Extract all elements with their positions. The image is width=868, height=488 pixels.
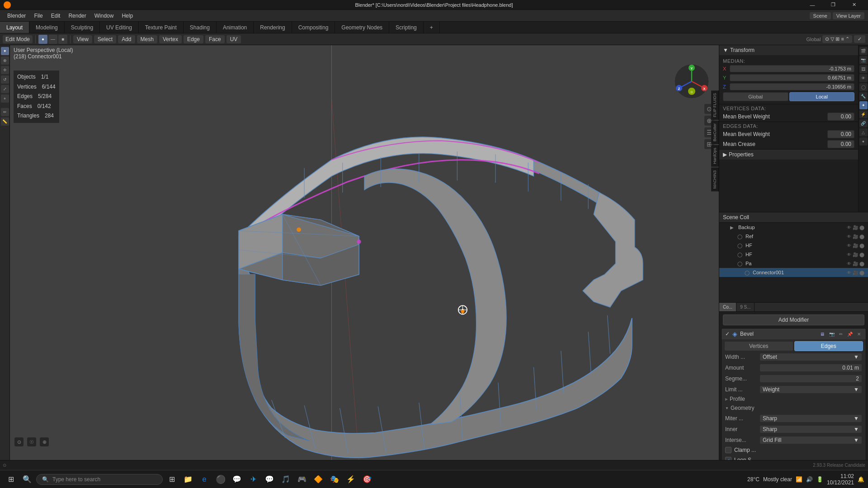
vertices-tab[interactable]: Vertices (724, 341, 793, 351)
scene-item-hf2[interactable]: ◯ HF 👁 🎥 ⬤ (719, 250, 868, 259)
y-value-field[interactable]: 0.66751 m (730, 74, 854, 81)
tab-animation[interactable]: Animation (217, 22, 254, 33)
task-view-button[interactable]: ⊞ (165, 472, 179, 487)
scene-item-connector[interactable]: ◯ Connector001 👁 🎥 ⬤ (719, 268, 868, 277)
select-menu[interactable]: Select (94, 35, 116, 43)
z-value-field[interactable]: -0.10656 m (730, 83, 854, 90)
segments-value[interactable]: 2 (760, 375, 862, 383)
uv-menu[interactable]: UV (226, 35, 241, 43)
tab-uv-editing[interactable]: UV Editing (100, 22, 139, 33)
blender-taskbar-icon[interactable]: 🔶 (311, 472, 326, 487)
tab-add[interactable]: + (424, 22, 440, 33)
volume-icon[interactable]: 🔊 (806, 476, 813, 483)
network-icon[interactable]: 📶 (796, 476, 802, 483)
prop-tab-output[interactable]: 🖼 (859, 65, 868, 73)
viewport-3d[interactable]: User Perspective (Local) (218) Connector… (10, 45, 719, 460)
modifier-tab-9s[interactable]: 9 S... (736, 303, 755, 311)
app-icon-3[interactable]: 🎭 (327, 472, 342, 487)
whatsapp-icon[interactable]: 💬 (262, 472, 277, 487)
x-value-field[interactable]: -0.1753 m (730, 65, 854, 72)
toggle-snapping[interactable]: ⊕ (40, 437, 49, 446)
tab-modeling[interactable]: Modeling (29, 22, 65, 33)
boxcutter-label[interactable]: BoxCutter (711, 121, 719, 144)
edge-select-mode[interactable]: — (48, 35, 57, 44)
vertex-select-mode[interactable]: ● (38, 35, 47, 44)
add-menu[interactable]: Add (118, 35, 135, 43)
offset-dropdown[interactable]: Offset ▼ (760, 353, 862, 361)
add-modifier-button[interactable]: Add Modifier (723, 314, 864, 325)
prop-tab-scene[interactable]: 🎬 (859, 47, 868, 55)
bevel-edit-btn[interactable]: ✏ (838, 331, 844, 337)
prop-tab-object[interactable]: ◯ (859, 83, 868, 91)
geometry-subsection[interactable]: ▼ Geometry (722, 404, 866, 413)
scene-item-ref[interactable]: ◯ Ref 👁 🎥 ⬤ (719, 232, 868, 241)
tool-cursor[interactable]: ⊕ (1, 56, 9, 65)
global-btn[interactable]: Global (723, 92, 788, 101)
app-icon-5[interactable]: 🎯 (360, 472, 374, 487)
prop-tab-data[interactable]: △ (859, 128, 868, 136)
prop-tab-constraints[interactable]: 🔗 (859, 119, 868, 127)
clamp-checkbox[interactable] (725, 447, 731, 453)
file-explorer-icon[interactable]: 📁 (181, 472, 195, 487)
bevel-realtime-btn[interactable]: 🖥 (819, 331, 826, 337)
chrome-icon[interactable]: ⚫ (213, 472, 228, 487)
bevel-modifier-header[interactable]: ✓ ◈ Bevel 🖥 📷 ✏ 📌 ✕ (722, 328, 866, 339)
weight-dropdown[interactable]: Weight ▼ (760, 385, 862, 394)
taskbar-search-bar[interactable]: 🔍 Type here to search (36, 474, 163, 485)
telegram-icon[interactable]: ✈ (246, 472, 260, 487)
edge-bevel-weight-value[interactable]: 0.00 (827, 130, 854, 138)
menu-file[interactable]: File (30, 12, 46, 20)
mode-selector[interactable]: Edit Mode (3, 35, 33, 43)
menu-window[interactable]: Window (91, 12, 118, 20)
tab-scripting[interactable]: Scripting (389, 22, 424, 33)
search-button[interactable]: 🔍 (20, 472, 34, 487)
face-menu[interactable]: Face (205, 35, 225, 43)
tab-sculpting[interactable]: Sculpting (65, 22, 100, 33)
props-toggle[interactable]: ✓ (854, 35, 865, 43)
edge-browser-icon[interactable]: e (197, 472, 212, 487)
menu-help[interactable]: Help (118, 12, 137, 20)
tool-move[interactable]: ✛ (1, 66, 9, 74)
transform-header[interactable]: ▼ Transform (719, 45, 858, 55)
tool-annotate[interactable]: ✏ (1, 108, 9, 116)
flip-fluids-label[interactable]: FLIP FLUIDS (711, 90, 719, 120)
close-button[interactable]: ✕ (844, 0, 864, 10)
properties-section-header[interactable]: ▶ Properties (719, 150, 858, 160)
tool-select[interactable]: ✦ (1, 47, 9, 55)
menu-edit[interactable]: Edit (47, 12, 64, 20)
app-icon-2[interactable]: 🎮 (295, 472, 309, 487)
tool-measure[interactable]: 📏 (1, 117, 9, 126)
intersect-dropdown[interactable]: Grid Fill ▼ (760, 436, 862, 444)
profile-subsection[interactable]: ▶ Profile (722, 394, 866, 404)
app-icon-4[interactable]: ⚡ (344, 472, 358, 487)
notification-icon[interactable]: 🔔 (858, 476, 864, 483)
tab-layout[interactable]: Layout (0, 22, 29, 33)
vertex-menu[interactable]: Vertex (159, 35, 182, 43)
modifier-tab-co[interactable]: Co... (719, 303, 736, 311)
menu-blender[interactable]: Blender (4, 12, 29, 20)
miter-dropdown[interactable]: Sharp ▼ (760, 414, 862, 422)
scene-item-hf1[interactable]: ◯ HF 👁 🎥 ⬤ (719, 241, 868, 250)
tab-texture-paint[interactable]: Texture Paint (139, 22, 184, 33)
edges-tab[interactable]: Edges (794, 341, 863, 351)
snap-controls[interactable]: ⊙ ▽ ⊞ ≡ ⌃ (822, 35, 852, 43)
maximize-button[interactable]: ❐ (823, 0, 844, 10)
prop-tab-modifier[interactable]: 🔧 (859, 92, 868, 100)
prop-tab-material[interactable]: ● (859, 137, 868, 145)
menu-render[interactable]: Render (65, 12, 90, 20)
view-menu[interactable]: View (73, 35, 92, 43)
tab-shading[interactable]: Shading (184, 22, 217, 33)
tool-rotate[interactable]: ↺ (1, 75, 9, 84)
prop-tab-physics[interactable]: ⚡ (859, 110, 868, 118)
hardops-label[interactable]: HardOps (711, 145, 719, 167)
vertex-bevel-weight-value[interactable]: 0.00 (827, 113, 854, 121)
prop-tab-particles[interactable]: ✦ (859, 101, 868, 109)
app-icon-1[interactable]: 🎵 (278, 472, 293, 487)
loop-checkbox[interactable]: ✓ (725, 457, 731, 460)
amount-value[interactable]: 0.01 m (760, 364, 862, 372)
scene-selector[interactable]: Scene (810, 12, 831, 19)
minimize-button[interactable]: — (802, 0, 823, 10)
prop-tab-render[interactable]: 📷 (859, 56, 868, 64)
scene-item-backup[interactable]: ▶ Backup 👁 🎥 ⬤ (719, 223, 868, 232)
start-button[interactable]: ⊞ (4, 472, 18, 487)
